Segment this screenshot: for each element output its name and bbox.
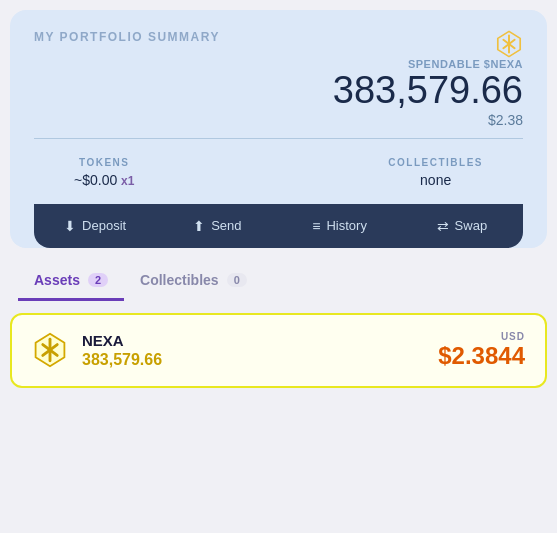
nexa-logo-icon <box>495 30 523 58</box>
tab-collectibles-label: Collectibles <box>140 272 219 288</box>
send-label: Send <box>211 218 241 233</box>
portfolio-title: MY PORTFOLIO SUMMARY <box>34 30 220 44</box>
collectibles-value: none <box>420 172 451 188</box>
tab-assets-badge: 2 <box>88 273 108 287</box>
asset-usd-container: USD $2.3844 <box>438 331 525 370</box>
history-icon: ≡ <box>312 218 320 234</box>
swap-icon: ⇄ <box>437 218 449 234</box>
asset-info: NEXA 383,579.66 <box>82 332 424 369</box>
history-label: History <box>326 218 366 233</box>
collectibles-label: COLLECTIBLES <box>388 157 483 168</box>
usd-balance: $2.38 <box>34 112 523 128</box>
nexa-balance: 383,579.66 <box>34 70 523 112</box>
tokens-label: TOKENS <box>79 157 130 168</box>
deposit-label: Deposit <box>82 218 126 233</box>
deposit-icon: ⬇ <box>64 218 76 234</box>
portfolio-header: MY PORTFOLIO SUMMARY SPENDABLE $NEXA 383… <box>34 30 523 204</box>
deposit-button[interactable]: ⬇ Deposit <box>34 204 156 248</box>
tab-collectibles[interactable]: Collectibles 0 <box>124 262 263 301</box>
tokens-multiplier: x1 <box>121 174 134 188</box>
tab-collectibles-badge: 0 <box>227 273 247 287</box>
asset-usd-label: USD <box>438 331 525 342</box>
send-icon: ⬆ <box>193 218 205 234</box>
asset-name: NEXA <box>82 332 424 349</box>
nexa-asset-icon <box>32 332 68 368</box>
collectibles-col: COLLECTIBLES none <box>388 157 483 188</box>
asset-amount: 383,579.66 <box>82 351 424 369</box>
tabs-row: Assets 2 Collectibles 0 <box>10 262 547 301</box>
tokens-col: TOKENS ~$0.00 x1 <box>74 157 134 188</box>
swap-label: Swap <box>455 218 488 233</box>
tab-assets-label: Assets <box>34 272 80 288</box>
tab-assets[interactable]: Assets 2 <box>18 262 124 301</box>
tokens-amount: ~$0.00 <box>74 172 117 188</box>
action-bar: ⬇ Deposit ⬆ Send ≡ History ⇄ Swap <box>34 204 523 248</box>
tokens-value: ~$0.00 x1 <box>74 172 134 188</box>
nexa-coin-icon <box>32 332 68 368</box>
nexa-asset-card[interactable]: NEXA 383,579.66 USD $2.3844 <box>10 313 547 388</box>
send-button[interactable]: ⬆ Send <box>156 204 278 248</box>
asset-usd-value: $2.3844 <box>438 342 525 370</box>
history-button[interactable]: ≡ History <box>279 204 401 248</box>
divider <box>34 138 523 139</box>
token-row: TOKENS ~$0.00 x1 COLLECTIBLES none <box>34 147 523 204</box>
portfolio-card: MY PORTFOLIO SUMMARY SPENDABLE $NEXA 383… <box>10 10 547 248</box>
swap-button[interactable]: ⇄ Swap <box>401 204 523 248</box>
